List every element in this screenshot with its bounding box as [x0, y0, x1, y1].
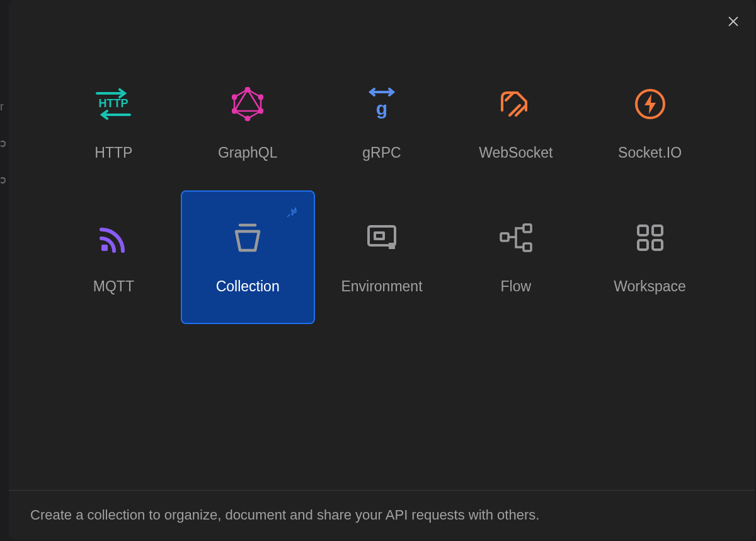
tile-flow[interactable]: Flow — [449, 190, 583, 324]
tile-label: WebSocket — [479, 144, 553, 161]
close-button[interactable] — [724, 13, 742, 30]
mqtt-icon — [98, 220, 129, 255]
tile-workspace[interactable]: Workspace — [583, 190, 717, 324]
environment-icon — [365, 220, 399, 255]
http-icon: HTTP — [93, 86, 134, 122]
tile-label: Workspace — [614, 278, 686, 295]
workspace-icon — [634, 220, 666, 255]
tile-socketio[interactable]: Socket.IO — [583, 57, 717, 190]
svg-rect-24 — [524, 243, 531, 251]
svg-rect-27 — [638, 240, 648, 250]
svg-rect-23 — [524, 224, 531, 232]
socketio-icon — [634, 86, 667, 122]
tile-label: Socket.IO — [618, 144, 682, 161]
tile-mqtt[interactable]: MQTT — [47, 190, 181, 324]
tile-label: HTTP — [94, 144, 132, 161]
tile-grpc[interactable]: g gRPC — [315, 57, 449, 190]
svg-rect-28 — [653, 240, 662, 250]
tile-label: GraphQL — [218, 144, 278, 161]
close-icon — [726, 15, 740, 28]
new-item-modal: HTTP HTTP — [9, 0, 755, 540]
tile-grid: HTTP HTTP — [47, 57, 717, 324]
tile-grid-container: HTTP HTTP — [9, 0, 755, 490]
svg-rect-26 — [653, 226, 662, 235]
svg-rect-16 — [101, 245, 108, 251]
tile-label: Flow — [501, 278, 532, 295]
sidebar-peek: r ɔ ɔ — [0, 88, 6, 198]
svg-marker-6 — [234, 90, 261, 111]
flow-icon — [498, 220, 534, 255]
svg-rect-19 — [369, 226, 395, 245]
svg-text:HTTP: HTTP — [99, 97, 129, 110]
tile-graphql[interactable]: GraphQL — [181, 57, 315, 190]
grpc-icon: g — [368, 86, 396, 122]
pin-icon[interactable] — [286, 206, 299, 221]
svg-rect-20 — [375, 233, 384, 239]
tile-label: gRPC — [362, 144, 401, 161]
tile-label: MQTT — [93, 278, 134, 295]
graphql-icon — [232, 86, 263, 122]
svg-line-17 — [287, 214, 289, 216]
websocket-icon — [498, 86, 534, 122]
tile-label: Collection — [216, 278, 280, 295]
svg-rect-21 — [389, 243, 395, 249]
svg-text:g: g — [376, 98, 387, 119]
collection-icon — [230, 220, 265, 255]
tile-environment[interactable]: Environment — [315, 190, 449, 324]
tile-label: Environment — [341, 278, 422, 295]
tile-collection[interactable]: Collection — [181, 190, 315, 324]
footer-description: Create a collection to organize, documen… — [9, 490, 755, 540]
svg-rect-25 — [638, 226, 648, 235]
tile-websocket[interactable]: WebSocket — [449, 57, 583, 190]
svg-rect-22 — [501, 233, 508, 241]
tile-http[interactable]: HTTP HTTP — [47, 57, 181, 190]
